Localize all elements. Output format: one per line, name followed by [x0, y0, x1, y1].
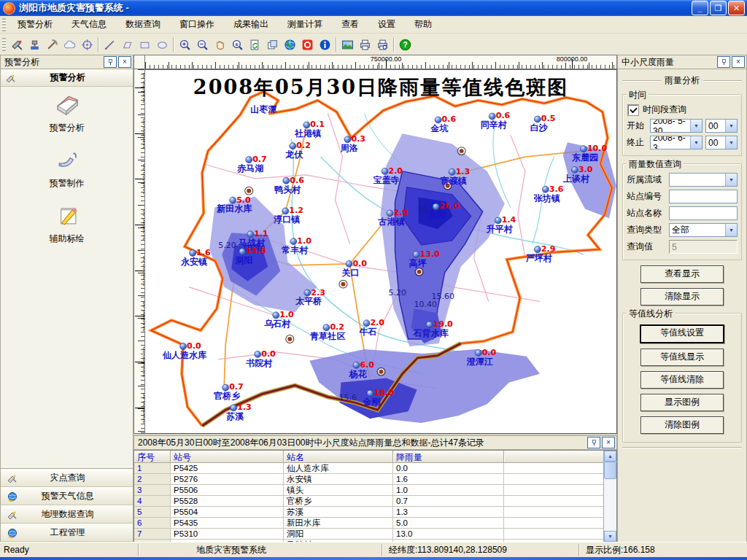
menu-item[interactable]: 天气信息: [62, 16, 116, 33]
chevron-down-icon[interactable]: ▼: [725, 174, 737, 186]
chevron-down-icon[interactable]: ▼: [725, 136, 737, 149]
start-hour-combo[interactable]: 00 ▼: [705, 119, 738, 133]
menu-item[interactable]: 测量计算: [278, 16, 332, 33]
chevron-down-icon[interactable]: ▼: [725, 224, 737, 236]
hazard-point-icon: [415, 268, 423, 276]
查看显示-button[interactable]: 查看显示: [640, 265, 724, 283]
清除显示-button[interactable]: 清除显示: [640, 288, 724, 306]
清除图例-button[interactable]: 清除图例: [640, 416, 724, 434]
station-marker-icon: [433, 203, 439, 210]
hammer-icon[interactable]: [26, 36, 43, 53]
map-station: 0.5白沙: [530, 114, 556, 133]
layers-icon[interactable]: [263, 36, 281, 53]
column-header[interactable]: 降雨量: [393, 451, 504, 463]
站点编号-input[interactable]: [669, 190, 738, 203]
menu-item[interactable]: 窗口操作: [170, 16, 224, 33]
table-row[interactable]: 5P5504苏溪1.3: [134, 507, 604, 518]
tool-预警制作[interactable]: 预警制作: [1, 146, 133, 190]
等值线清除-button[interactable]: 等值线清除: [640, 371, 724, 389]
toolbar-grip[interactable]: [2, 38, 6, 51]
zoom-in-icon[interactable]: [176, 36, 193, 53]
end-hour-combo[interactable]: 00 ▼: [705, 136, 738, 149]
radar-icon[interactable]: [8, 36, 26, 53]
close-icon[interactable]: ×: [118, 56, 131, 68]
table-row[interactable]: 2P5276永安镇1.6: [134, 474, 604, 485]
station-name-label: 澄潭江: [466, 357, 493, 367]
pin-icon[interactable]: [717, 56, 730, 68]
table-row[interactable]: 3P5506镇头1.0: [134, 485, 604, 496]
table-scrollbar[interactable]: ▲ ▼: [603, 451, 616, 542]
显示图例-button[interactable]: 显示图例: [640, 394, 724, 411]
scroll-thumb[interactable]: [604, 462, 616, 479]
所属流域-combo[interactable]: ▼: [669, 173, 738, 187]
end-date-combo[interactable]: 2008- 6- 3 ▼: [650, 136, 703, 149]
pick-icon[interactable]: [43, 36, 61, 53]
field-label: 站点名称: [627, 207, 669, 219]
cloud-icon[interactable]: [61, 36, 78, 53]
等值线设置-button[interactable]: 等值线设置: [640, 324, 724, 343]
station-name-label: 山枣潭: [250, 104, 276, 114]
menu-item[interactable]: 数据查询: [116, 16, 170, 33]
window-bottom-border: [0, 557, 747, 560]
ellipse-icon[interactable]: [153, 36, 171, 53]
close-icon[interactable]: ×: [602, 437, 615, 448]
column-header[interactable]: 站号: [171, 451, 284, 463]
polygon-icon[interactable]: [118, 36, 136, 53]
rectangle-icon[interactable]: [136, 36, 153, 53]
pin-icon[interactable]: [104, 56, 117, 68]
refresh-icon[interactable]: [246, 36, 263, 53]
column-header[interactable]: 序号: [134, 451, 171, 463]
chevron-down-icon[interactable]: ▼: [725, 120, 737, 132]
time-range-checkbox[interactable]: [628, 105, 638, 115]
column-header[interactable]: 站名: [284, 451, 393, 463]
line-icon[interactable]: [101, 36, 118, 53]
menu-item[interactable]: 设置: [368, 16, 405, 33]
info-icon[interactable]: [316, 36, 333, 53]
查询类型-combo[interactable]: 全部▼: [669, 223, 738, 237]
image-icon[interactable]: [338, 36, 356, 53]
help-icon[interactable]: ?: [396, 36, 414, 53]
menu-item[interactable]: 预警分析: [8, 16, 62, 33]
table-cell: 苏溪: [284, 507, 393, 518]
nav-item-灾点查询[interactable]: 灾点查询: [1, 469, 133, 487]
left-group-header[interactable]: 预警分析: [1, 69, 133, 87]
menu-item[interactable]: 帮助: [405, 16, 441, 33]
menu-item[interactable]: 成果输出: [224, 16, 278, 33]
zoom-out-icon[interactable]: [193, 36, 211, 53]
start-date-combo[interactable]: 2008- 5-30 ▼: [650, 119, 703, 133]
table-row[interactable]: 4P5528官桥乡0.7: [134, 496, 604, 507]
restore-button[interactable]: ❐: [710, 1, 727, 15]
map-viewport[interactable]: 2008年05月30日降雨量等值线色斑图: [145, 69, 617, 434]
站点名称-input[interactable]: [669, 206, 738, 220]
nav-item-地理数据查询[interactable]: 地理数据查询: [1, 505, 133, 524]
zoom-extent-icon[interactable]: ±: [228, 36, 246, 53]
station-rainfall-table[interactable]: 序号站号站名降雨量 1P5425仙人造水库0.02P5276永安镇1.63P55…: [134, 451, 604, 542]
print-icon[interactable]: [356, 36, 374, 53]
stop-icon[interactable]: [298, 36, 316, 53]
close-button[interactable]: ✕: [728, 1, 745, 15]
pan-icon[interactable]: [211, 36, 228, 53]
等值线显示-button[interactable]: 等值线显示: [640, 349, 724, 366]
minimize-button[interactable]: _: [692, 1, 708, 15]
close-icon[interactable]: ×: [732, 56, 745, 68]
menu-item[interactable]: 查看: [332, 16, 368, 33]
target-icon[interactable]: [78, 36, 96, 53]
globe-icon[interactable]: [281, 36, 298, 53]
pin-icon[interactable]: [587, 437, 600, 448]
tool-预警分析[interactable]: 预警分析: [1, 90, 133, 134]
station-marker-icon: [246, 157, 252, 163]
chevron-down-icon[interactable]: ▼: [690, 120, 702, 132]
tool-辅助标绘[interactable]: 辅助标绘: [1, 201, 133, 245]
chevron-down-icon[interactable]: ▼: [690, 136, 702, 149]
print-preview-icon[interactable]: [374, 36, 391, 53]
menu-grip[interactable]: [2, 18, 6, 31]
nav-item-工程管理[interactable]: 工程管理: [1, 524, 133, 542]
table-row[interactable]: 1P5425仙人造水库0.0: [134, 463, 604, 474]
nav-item-预警天气信息[interactable]: 预警天气信息: [1, 487, 133, 505]
scroll-up-icon[interactable]: ▲: [604, 451, 616, 462]
table-row[interactable]: 6P5435新田水库5.0: [134, 518, 604, 529]
table-row[interactable]: 7P5310洞阳13.0: [134, 529, 604, 540]
scroll-down-icon[interactable]: ▼: [604, 531, 616, 542]
rainfall-contour-map[interactable]: 5.2010.4015.205.2015.6010.4015.6山枣潭0.1社港…: [145, 70, 616, 433]
left-panel-title: 预警分析: [4, 56, 102, 69]
